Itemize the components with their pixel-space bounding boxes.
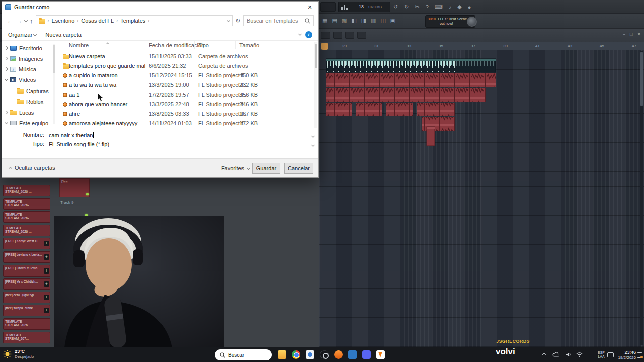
breadcrumb-item[interactable]: Escritorio — [52, 18, 75, 24]
draw-tool-icon[interactable]: ▤ — [332, 17, 337, 24]
clip-bin-item[interactable]: TEMPLATE STREAM_2026-... — [3, 198, 50, 210]
view-list-icon[interactable]: ≡ — [292, 32, 295, 38]
save-button[interactable]: Guardar — [252, 163, 280, 174]
delete-tool-icon[interactable]: ◧ — [351, 17, 356, 24]
filename-dropdown-icon[interactable] — [311, 134, 315, 138]
typing-keyboard-icon[interactable]: ⌨ — [435, 4, 443, 10]
sidebar-item-escritorio[interactable]: Escritorio — [5, 44, 52, 52]
vlc-icon[interactable] — [376, 350, 385, 359]
hide-folders-button[interactable]: Ocultar carpetas — [9, 165, 55, 171]
file-row[interactable]: a tu wa tu wa tu wa13/3/2025 19:00FL Stu… — [56, 80, 314, 89]
track-label[interactable]: Track 9 — [60, 200, 73, 205]
rec-track-header[interactable]: Rec — [59, 178, 90, 197]
back-icon[interactable]: ← — [7, 17, 13, 25]
language-indicator[interactable]: ESP LAA — [598, 351, 605, 359]
audio-clip[interactable] — [326, 59, 496, 72]
filetype-dropdown-icon[interactable] — [311, 143, 315, 147]
column-header-name[interactable]: Nombre — [69, 42, 89, 48]
favorites-dropdown[interactable]: Favorites — [221, 163, 250, 174]
dialog-titlebar[interactable]: Guardar como — [2, 2, 318, 13]
column-header-modified[interactable]: Fecha de modificación — [149, 42, 204, 48]
info-icon[interactable] — [305, 31, 312, 38]
file-row[interactable]: Nueva carpeta15/11/2025 03:33Carpeta de … — [56, 52, 314, 61]
photos-app-icon[interactable] — [306, 350, 314, 359]
playlist-menu-buttons[interactable] — [321, 32, 366, 39]
column-header-size[interactable]: Tamaño — [239, 42, 259, 48]
sidebar-item-lucas[interactable]: Lucas — [5, 108, 52, 117]
playlist-scrollbar[interactable] — [640, 51, 643, 345]
clip-bin-item[interactable]: [free] cero_jugo! typ...+ — [3, 292, 50, 303]
mute-tool-icon[interactable]: ◨ — [361, 17, 366, 24]
clip-bin-item[interactable]: [FREE] Kanye West H...+ — [3, 238, 50, 249]
user-icon[interactable]: ● — [468, 4, 471, 10]
refresh-icon[interactable]: ↻ — [235, 17, 240, 24]
plus-icon[interactable]: + — [44, 241, 49, 246]
playlist-grid[interactable]: 29 31 33 35 37 39 41 43 45 47 — [319, 42, 644, 347]
sidebar-scrollbar[interactable] — [53, 44, 55, 124]
up-icon[interactable]: ↑ — [30, 17, 33, 25]
slice-tool-icon[interactable]: ▥ — [371, 17, 376, 24]
discord-icon[interactable] — [362, 350, 371, 359]
select-tool-icon[interactable]: ◫ — [380, 17, 385, 24]
notification-center-icon[interactable] — [637, 352, 642, 358]
breadcrumb-dropdown-icon[interactable] — [227, 18, 230, 22]
plus-icon[interactable]: + — [44, 254, 49, 260]
redo-icon[interactable]: ↻ — [404, 4, 409, 10]
dialog-close-button[interactable]: ✕ — [301, 2, 318, 13]
zoom-tool-icon[interactable]: ▣ — [390, 17, 395, 24]
clip-bin-item[interactable]: [FREE] Orochi x Levia...+ — [3, 265, 50, 277]
taskbar-search[interactable]: Buscar — [215, 349, 272, 360]
breadcrumb[interactable]: › Escritorio › Cosas del FL › Templates … — [36, 15, 233, 26]
paint-tool-icon[interactable]: ▧ — [342, 17, 347, 24]
undo-icon[interactable]: ↺ — [393, 4, 398, 10]
cut-icon[interactable]: ✂ — [415, 4, 419, 10]
track-mute-led[interactable] — [86, 193, 89, 195]
grid-tool-icon[interactable]: ▦ — [322, 17, 327, 24]
cancel-button[interactable]: Cancelar — [284, 163, 313, 174]
clip-bin-item[interactable]: TEMPLATE STREAM_2026-... — [3, 185, 50, 196]
file-explorer-icon[interactable] — [278, 350, 286, 359]
filename-input[interactable]: cam nair x therian — [46, 131, 317, 140]
chat-icon[interactable]: ◆ — [457, 4, 461, 10]
plus-icon[interactable]: + — [44, 308, 49, 313]
file-row[interactable]: a cupido lo mataron15/12/2024 15:15FL St… — [56, 71, 314, 80]
record-button[interactable] — [467, 17, 477, 27]
sidebar-item-videos[interactable]: Vídeos — [5, 75, 52, 84]
clip-bin-item[interactable]: TEMPLATE STREAM_2026 — [3, 318, 50, 330]
clip-bin-item[interactable]: TEMPLATE STREAM_207... — [3, 332, 50, 343]
history-dropdown-icon[interactable] — [24, 18, 28, 22]
file-row[interactable]: aa 117/2/2026 19:57FL Studio project f..… — [56, 90, 314, 99]
weather-widget[interactable]: 23°C Despejado — [3, 349, 34, 359]
forward-icon[interactable]: → — [16, 17, 22, 25]
wifi-icon[interactable] — [576, 352, 583, 357]
file-row[interactable]: amorosa alejateee natyyyyy14/11/2024 01:… — [56, 119, 314, 128]
sidebar-item-musica[interactable]: Música — [5, 65, 52, 73]
touch-keyboard-icon[interactable] — [607, 352, 614, 357]
file-row[interactable]: templates pero que guarde mal6/6/2025 21… — [56, 61, 314, 70]
obs-icon[interactable] — [320, 350, 329, 359]
minimize-icon[interactable]: − — [623, 32, 625, 37]
clock[interactable]: 23:46 19/2/2026 — [618, 350, 636, 360]
clip-bin-item[interactable]: TEMPLATE STREAM_2026-... — [3, 225, 50, 236]
vscode-icon[interactable] — [348, 350, 357, 359]
clip-bin-item[interactable]: [free] swapa_crank ...+ — [3, 305, 50, 316]
column-header-type[interactable]: Tipo — [198, 42, 209, 48]
maximize-icon[interactable]: □ — [630, 32, 632, 37]
file-row[interactable]: ahora que vamo hancer13/3/2025 22:48FL S… — [56, 100, 314, 109]
close-icon[interactable]: ✕ — [637, 32, 641, 37]
filetype-select[interactable]: FL Studio song file (*.flp) — [46, 140, 317, 149]
help-icon[interactable]: ? — [426, 4, 429, 10]
plus-icon[interactable]: + — [44, 295, 49, 300]
clip-bin-item[interactable]: TEMPLATE STREAM_2026-... — [3, 211, 50, 223]
sidebar-item-capturas[interactable]: Capturas — [5, 86, 52, 95]
playlist-clips[interactable] — [319, 42, 644, 347]
fl-studio-icon[interactable] — [334, 350, 343, 359]
pattern-clips[interactable] — [326, 73, 496, 146]
new-folder-button[interactable]: Nueva carpeta — [45, 32, 82, 38]
breadcrumb-item[interactable]: Templates — [120, 18, 145, 24]
pattern-selector[interactable] — [320, 2, 336, 12]
plus-icon[interactable]: + — [44, 281, 49, 287]
speaker-icon[interactable] — [566, 352, 572, 357]
view-dropdown-icon[interactable] — [298, 32, 302, 36]
chrome-icon[interactable] — [292, 350, 300, 359]
